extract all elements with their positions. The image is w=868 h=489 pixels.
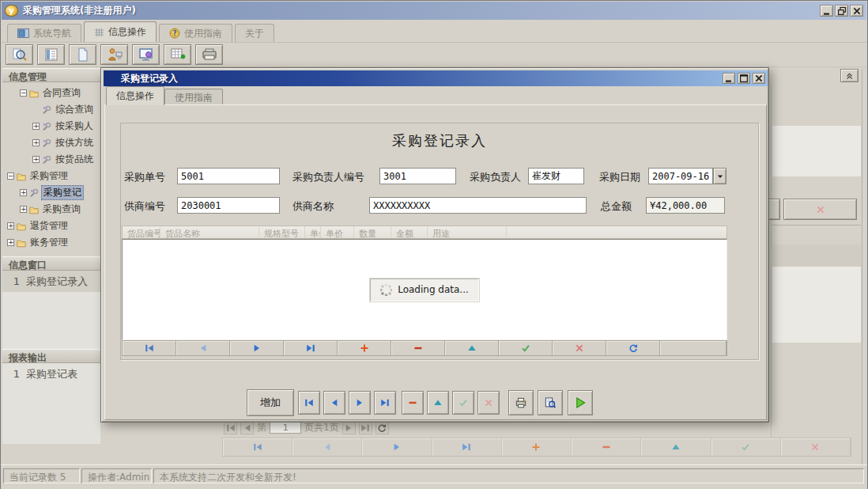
printer-drawer-button[interactable] [195,44,223,65]
pager-last-button[interactable] [359,422,372,434]
expand-icon[interactable]: + [32,156,40,163]
tree-item-5[interactable]: +按货品统 [2,151,100,168]
tree-item-7[interactable]: +采购登记 [2,184,100,201]
main-tab-4[interactable]: 关于 [235,24,274,42]
monitor-chart-button[interactable] [132,44,160,65]
supplier-no-input[interactable] [177,197,280,214]
background-nav-insert-button[interactable] [502,438,572,456]
grid-column-header-4[interactable]: 单位 [305,226,321,238]
grid-column-header-8[interactable]: 用途 [428,226,507,238]
maximize-icon [739,74,749,83]
background-cancel-button[interactable] [783,199,857,220]
first-button[interactable] [298,391,320,415]
expand-icon[interactable]: + [7,222,14,229]
grid-column-header-7[interactable]: 金额 [391,226,428,238]
dialog-maximize-button[interactable] [738,73,750,84]
dialog-tab-info-ops[interactable]: 信息操作 [106,86,164,105]
prior-button[interactable] [323,391,345,415]
grid-nav-delete-button[interactable] [391,341,445,355]
dialog-tab-guide[interactable]: 使用指南 [164,89,223,105]
search-button[interactable] [6,44,33,65]
document-button[interactable] [69,44,96,65]
table-add-button[interactable] [164,44,191,65]
tree-item-6[interactable]: −采购管理 [2,168,100,184]
main-tab-2[interactable]: 信息操作 [84,21,157,42]
background-panel-bottom [772,267,861,343]
grid-nav-prior-button[interactable] [176,341,230,355]
row-index: 1 [7,275,26,287]
chevron-down-icon [715,172,725,181]
background-nav-last-button[interactable] [432,438,502,456]
user-chart-button[interactable] [100,44,128,65]
preview-button[interactable] [538,390,563,415]
grid-column-header-1[interactable]: 货品编号 [123,226,160,238]
background-nav-prior-button[interactable] [292,438,362,456]
expand-icon[interactable]: + [32,139,40,146]
pager-next-button[interactable] [342,422,356,434]
background-nav-delete-button[interactable] [572,438,641,456]
date-input[interactable] [648,168,713,184]
grid-nav-refresh-button[interactable] [606,341,660,355]
buyer-input[interactable] [528,168,584,184]
supplier-name-input[interactable] [369,197,587,214]
post-button[interactable] [452,391,474,415]
tree-item-8[interactable]: +采购查询 [2,201,100,218]
tree-item-10[interactable]: +账务管理 [2,234,100,251]
pager-first-button[interactable] [224,422,237,434]
print-button[interactable] [508,390,534,415]
tree-item-9[interactable]: +退货管理 [2,218,100,234]
delete-button[interactable] [402,391,424,415]
prior-icon [323,442,332,452]
report-list-row-1[interactable]: 1采购登记表 [2,363,100,385]
background-nav-first-button[interactable] [223,438,292,456]
date-dropdown-button[interactable] [713,168,726,184]
add-button[interactable]: 增加 [247,389,294,416]
expand-icon[interactable]: + [20,206,27,213]
collapse-icon[interactable]: − [7,172,14,180]
buyer-no-input[interactable] [379,168,456,184]
grid-column-header-5[interactable]: 单价 [321,226,354,238]
expand-icon[interactable]: + [32,123,40,130]
next-button[interactable] [349,391,371,415]
background-nav-post-button[interactable] [711,438,781,456]
last-button[interactable] [374,391,396,415]
grid-nav-insert-button[interactable] [338,341,391,355]
minimize-button[interactable] [820,5,833,17]
dialog-minimize-button[interactable] [723,73,735,84]
execute-button[interactable] [568,390,593,415]
pager-page-input[interactable] [270,422,301,434]
background-nav-edit-button[interactable] [641,438,711,456]
cancel-button[interactable] [477,391,500,415]
edit-button[interactable] [427,391,449,415]
tree-item-2[interactable]: 综合查询 [2,101,100,118]
main-tab-3[interactable]: ?使用指南 [159,24,232,42]
grid-nav-post-button[interactable] [499,341,553,355]
expand-icon[interactable]: + [20,189,27,196]
grid-column-header-6[interactable]: 数量 [354,226,391,238]
background-nav-cancel-button[interactable] [781,438,851,456]
grid-column-header-3[interactable]: 规格型号 [259,226,305,238]
close-button[interactable] [850,5,863,17]
tree-item-1[interactable]: −合同查询 [2,85,100,101]
expand-icon[interactable]: + [7,239,14,246]
sidebar-header-info-window: 信息窗口 [2,256,100,271]
dialog-close-button[interactable] [753,73,765,84]
order-no-input[interactable] [177,168,280,184]
grid-nav-first-button[interactable] [123,341,176,355]
pager-refresh-button[interactable] [376,422,389,434]
info-window-list-row-1[interactable]: 1采购登记录入 [2,271,100,292]
collapse-icon[interactable]: − [20,89,27,97]
panel-collapse-button[interactable] [840,69,859,82]
grid-nav-last-button[interactable] [284,341,338,355]
main-tab-1[interactable]: 系统导航 [7,24,81,42]
background-nav-next-button[interactable] [362,438,432,456]
grid-column-header-2[interactable]: 货品名称 [160,226,259,238]
grid-nav-next-button[interactable] [230,341,284,355]
tree-item-4[interactable]: +按供方统 [2,135,100,151]
grid-nav-cancel-button[interactable] [553,341,606,355]
grid-nav-edit-button[interactable] [445,341,499,355]
restore-button[interactable] [835,5,848,17]
tree-item-3[interactable]: +按采购人 [2,118,100,135]
pager-prev-button[interactable] [240,422,254,434]
report-button[interactable] [37,44,65,65]
